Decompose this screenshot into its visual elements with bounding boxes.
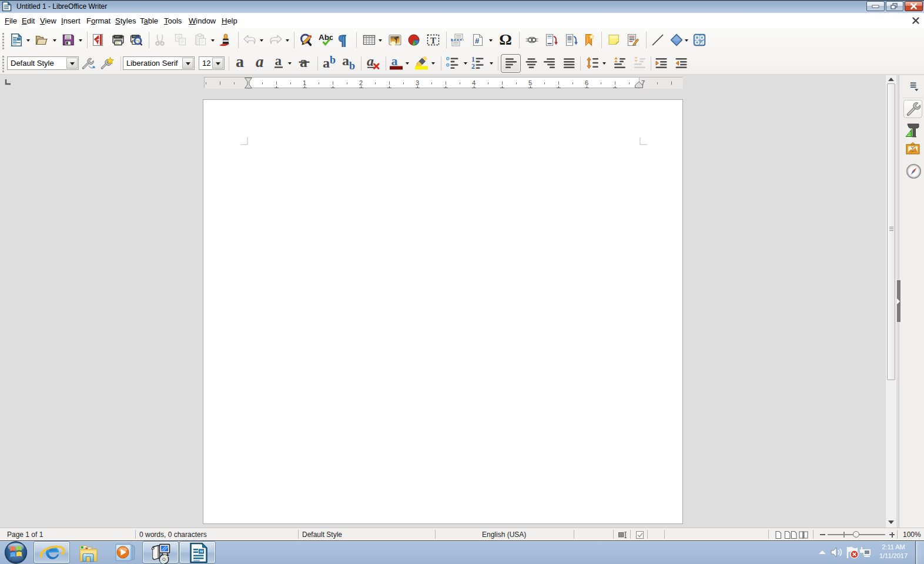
- svg-text:a: a: [236, 56, 244, 70]
- svg-text:2: 2: [359, 79, 363, 86]
- svg-text:3: 3: [416, 79, 419, 86]
- svg-text:¶: ¶: [338, 33, 347, 47]
- svg-text:a: a: [256, 56, 264, 70]
- svg-text:T: T: [430, 36, 436, 45]
- svg-text:Ω: Ω: [499, 33, 512, 47]
- svg-text:b: b: [330, 56, 336, 66]
- svg-text:Abc: Abc: [319, 33, 333, 42]
- svg-text:a: a: [342, 56, 349, 68]
- svg-text:#: #: [475, 36, 480, 45]
- svg-text:a: a: [275, 56, 282, 68]
- svg-text:5: 5: [528, 79, 532, 86]
- svg-text:a: a: [323, 56, 330, 70]
- svg-text:b: b: [349, 60, 355, 70]
- svg-text:2: 2: [471, 62, 475, 70]
- svg-text:4: 4: [472, 79, 476, 86]
- svg-text:1: 1: [303, 79, 306, 86]
- svg-text:6: 6: [585, 79, 588, 86]
- svg-text:a: a: [367, 56, 374, 69]
- svg-text:a: a: [300, 56, 307, 70]
- svg-text:a: a: [391, 56, 398, 68]
